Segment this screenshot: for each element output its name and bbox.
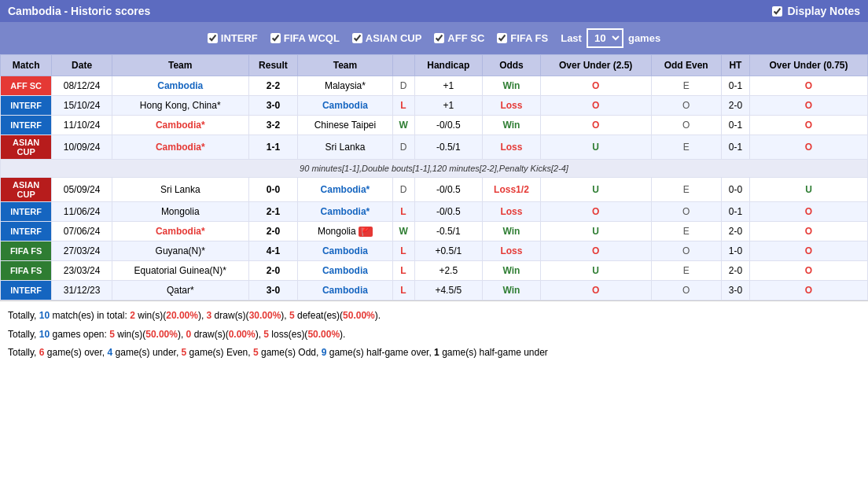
team1-cell[interactable]: Cambodia* xyxy=(112,116,248,135)
over-under2-cell: O xyxy=(750,241,868,261)
team2-cell[interactable]: Malaysia* xyxy=(298,76,392,96)
team1-cell[interactable]: Cambodia xyxy=(112,76,248,96)
header-bar: Cambodia - Historic scores Display Notes xyxy=(0,0,868,22)
result-cell[interactable]: 0-0 xyxy=(248,178,298,202)
table-row: INTERF31/12/23Qatar*3-0CambodiaL+4.5/5Wi… xyxy=(1,281,868,300)
match-type-cell: INTERF xyxy=(1,222,52,241)
match-type-cell: ASIANCUP xyxy=(1,178,52,202)
scores-table: Match Date Team Result Team Handicap Odd… xyxy=(0,54,868,300)
filter-asian-cup-checkbox[interactable] xyxy=(352,33,362,43)
match-type-cell: AFF SC xyxy=(1,76,52,96)
filter-interf-label: INTERF xyxy=(221,32,258,44)
display-notes-checkbox[interactable] xyxy=(772,6,782,17)
handicap-cell: -0/0.5 xyxy=(414,178,483,202)
over-under2-cell: O xyxy=(750,281,868,300)
result-cell[interactable]: 3-2 xyxy=(248,116,298,135)
filter-fifa-wcql-checkbox[interactable] xyxy=(270,33,281,43)
date-cell: 10/09/24 xyxy=(52,135,112,160)
dr-cell: L xyxy=(392,281,414,300)
result-cell[interactable]: 2-0 xyxy=(248,222,298,241)
handicap-cell: +1 xyxy=(414,76,483,96)
team2-cell[interactable]: Cambodia xyxy=(298,281,392,300)
odds-cell: Loss xyxy=(483,241,541,261)
result-cell[interactable]: 2-0 xyxy=(248,261,298,281)
date-cell: 11/10/24 xyxy=(52,116,112,135)
col-over-under-25: Over Under (2.5) xyxy=(540,55,651,76)
date-cell: 07/06/24 xyxy=(52,222,112,241)
odd-even-cell: O xyxy=(651,116,721,135)
team1-cell[interactable]: Sri Lanka xyxy=(112,178,248,202)
filter-fifa-fs-label: FIFA FS xyxy=(510,32,548,44)
team2-cell[interactable]: Cambodia xyxy=(298,241,392,261)
note-cell: 90 minutes[1-1],Double bouts[1-1],120 mi… xyxy=(1,160,868,178)
dr-cell: D xyxy=(392,76,414,96)
table-header-row: Match Date Team Result Team Handicap Odd… xyxy=(1,55,868,76)
match-type-cell: FIFA FS xyxy=(1,261,52,281)
team2-cell[interactable]: Cambodia* xyxy=(298,202,392,222)
table-row: AFF SC08/12/24Cambodia2-2Malaysia*D+1Win… xyxy=(1,76,868,96)
summary-line2: Totally, 10 games open: 5 win(s)(50.00%)… xyxy=(8,326,860,344)
match-type-cell: FIFA FS xyxy=(1,241,52,261)
team1-cell[interactable]: Qatar* xyxy=(112,281,248,300)
odd-even-cell: O xyxy=(651,202,721,222)
team2-cell[interactable]: Sri Lanka xyxy=(298,135,392,160)
match-type-cell: INTERF xyxy=(1,116,52,135)
table-row: FIFA FS27/03/24Guyana(N)*4-1CambodiaL+0.… xyxy=(1,241,868,261)
over-under2-cell: U xyxy=(750,178,868,202)
team1-cell[interactable]: Cambodia* xyxy=(112,222,248,241)
col-handicap: Handicap xyxy=(414,55,483,76)
col-match: Match xyxy=(1,55,52,76)
display-notes-container: Display Notes xyxy=(772,5,860,17)
dr-cell: W xyxy=(392,222,414,241)
team2-cell[interactable]: Cambodia xyxy=(298,96,392,116)
match-type-cell: ASIANCUP xyxy=(1,135,52,160)
over-under-cell: O xyxy=(540,116,651,135)
match-type-cell: INTERF xyxy=(1,281,52,300)
date-cell: 05/09/24 xyxy=(52,178,112,202)
over-under2-cell: O xyxy=(750,76,868,96)
date-cell: 11/06/24 xyxy=(52,202,112,222)
odds-cell: Loss xyxy=(483,96,541,116)
odd-even-cell: O xyxy=(651,241,721,261)
ht-cell: 2-0 xyxy=(721,222,749,241)
filter-asian-cup-label: ASIAN CUP xyxy=(366,32,422,44)
team1-cell[interactable]: Mongolia xyxy=(112,202,248,222)
handicap-cell: +2.5 xyxy=(414,261,483,281)
result-cell[interactable]: 2-2 xyxy=(248,76,298,96)
result-cell[interactable]: 4-1 xyxy=(248,241,298,261)
odds-cell: Win xyxy=(483,222,541,241)
result-cell[interactable]: 3-0 xyxy=(248,96,298,116)
table-row: ASIANCUP05/09/24Sri Lanka0-0Cambodia*D-0… xyxy=(1,178,868,202)
handicap-cell: +4.5/5 xyxy=(414,281,483,300)
handicap-cell: -0.5/1 xyxy=(414,135,483,160)
team2-cell[interactable]: Chinese Taipei xyxy=(298,116,392,135)
team2-cell[interactable]: Cambodia* xyxy=(298,178,392,202)
team2-cell[interactable]: Mongolia 🚩 xyxy=(298,222,392,241)
team2-cell[interactable]: Cambodia xyxy=(298,261,392,281)
filter-fifa-fs-checkbox[interactable] xyxy=(497,33,507,43)
odd-even-cell: O xyxy=(651,96,721,116)
odd-even-cell: E xyxy=(651,76,721,96)
last-games-select[interactable]: 10 20 50 xyxy=(587,28,623,48)
over-under2-cell: O xyxy=(750,222,868,241)
result-cell[interactable]: 3-0 xyxy=(248,281,298,300)
team1-cell[interactable]: Guyana(N)* xyxy=(112,241,248,261)
filter-interf: INTERF xyxy=(208,32,258,44)
result-cell[interactable]: 1-1 xyxy=(248,135,298,160)
header-title: Cambodia - Historic scores xyxy=(8,5,150,17)
over-under-cell: U xyxy=(540,178,651,202)
col-team2: Team xyxy=(298,55,392,76)
ht-cell: 0-1 xyxy=(721,135,749,160)
dr-cell: L xyxy=(392,261,414,281)
filter-interf-checkbox[interactable] xyxy=(208,33,218,43)
filter-aff-sc-checkbox[interactable] xyxy=(434,33,444,43)
team1-cell[interactable]: Hong Kong, China* xyxy=(112,96,248,116)
summary-section: Totally, 10 match(es) in total: 2 win(s)… xyxy=(0,300,868,370)
ht-cell: 2-0 xyxy=(721,96,749,116)
result-cell[interactable]: 2-1 xyxy=(248,202,298,222)
team1-cell[interactable]: Equatorial Guinea(N)* xyxy=(112,261,248,281)
dr-cell: D xyxy=(392,178,414,202)
over-under-cell: O xyxy=(540,76,651,96)
team1-cell[interactable]: Cambodia* xyxy=(112,135,248,160)
dr-cell: W xyxy=(392,116,414,135)
